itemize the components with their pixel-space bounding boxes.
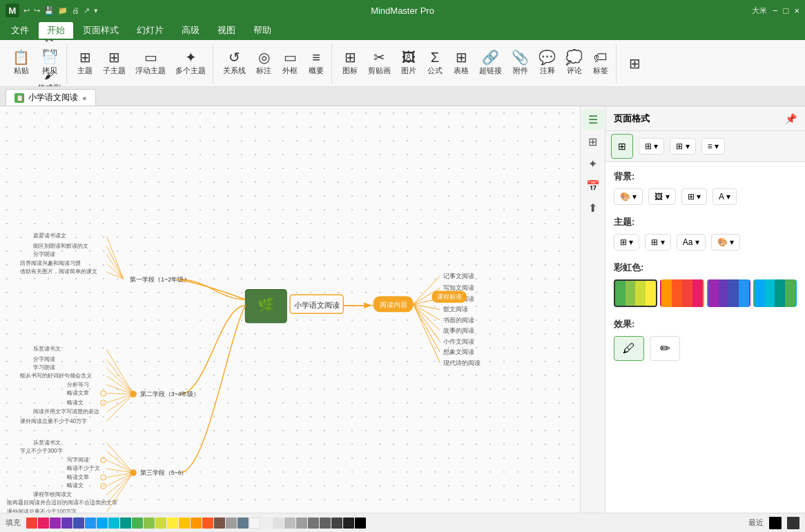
color-light-grey-2[interactable] [273, 518, 284, 529]
menu-file[interactable]: 文件 [3, 22, 37, 39]
menu-slides[interactable]: 幻灯片 [128, 22, 172, 39]
color-purple[interactable] [50, 518, 61, 529]
image-button[interactable]: 🖼 图片 [396, 46, 421, 81]
tag-button[interactable]: 🏷 标签 [588, 46, 613, 81]
sidebar-icon-grid[interactable]: ⊞ [583, 131, 603, 152]
rainbow-swatch-3[interactable] [707, 279, 750, 307]
summary-button[interactable]: ≡ 概要 [304, 46, 329, 81]
sidebar-icon-calendar[interactable]: 📅 [583, 175, 603, 196]
rainbow-swatch-4[interactable] [753, 279, 797, 307]
menu-advanced[interactable]: 高级 [173, 22, 208, 39]
color-pink[interactable] [38, 518, 49, 529]
comment-button[interactable]: 💬 注释 [534, 46, 560, 81]
theme-font-btn[interactable]: Aa ▾ [677, 234, 706, 250]
user-label[interactable]: 大米 [752, 6, 767, 16]
attachment-button[interactable]: 📎 附件 [507, 46, 533, 81]
format-brush-button[interactable]: 🖌 格式刷 [35, 73, 64, 88]
color-teal[interactable] [120, 518, 131, 529]
color-blue-grey[interactable] [237, 518, 249, 529]
rainbow-swatch-2[interactable] [660, 279, 704, 307]
close-btn[interactable]: × [794, 6, 799, 16]
color-deep-orange[interactable] [202, 518, 213, 529]
print-icon[interactable]: 🖨 [72, 6, 79, 14]
export-icon[interactable]: ↗ [84, 6, 90, 15]
sidebar-icon-star[interactable]: ✦ [583, 153, 603, 174]
theme-button[interactable]: ⊞ 主题 [72, 46, 97, 81]
more-title-icon[interactable]: ▾ [94, 6, 98, 15]
icon-insert-button[interactable]: ⊞ 图标 [338, 46, 362, 81]
rainbow-swatch-1[interactable] [614, 279, 657, 307]
color-dark-grey-2[interactable] [320, 518, 331, 529]
more-button[interactable]: ⊞ [622, 46, 647, 81]
color-blue[interactable] [85, 518, 96, 529]
color-dark-grey-3[interactable] [331, 518, 342, 529]
sub-theme-button[interactable]: ⊞ 子主题 [99, 46, 130, 81]
float-theme-button[interactable]: ▭ 浮动主题 [131, 46, 170, 81]
color-amber[interactable] [179, 518, 190, 529]
bg-text-btn[interactable]: A ▾ [712, 188, 737, 205]
save-icon[interactable]: 💾 [44, 6, 54, 15]
color-grey[interactable] [226, 518, 237, 529]
review-button[interactable]: 💭 评论 [561, 46, 587, 81]
recent-color-2[interactable] [787, 517, 799, 529]
color-red[interactable] [26, 518, 37, 529]
color-medium-grey[interactable] [284, 518, 295, 529]
color-cyan[interactable] [108, 518, 119, 529]
color-light-green[interactable] [144, 518, 155, 529]
color-yellow[interactable] [167, 518, 178, 529]
theme-layout-btn[interactable]: ⊞ ▾ [614, 234, 639, 250]
bg-color-btn[interactable]: 🎨 ▾ [614, 188, 643, 205]
theme-style-btn[interactable]: ⊞ ▾ [645, 234, 670, 250]
background-section: 背景: 🎨 ▾ 🖼 ▾ ⊞ ▾ A ▾ [614, 170, 797, 205]
menu-help[interactable]: 帮助 [245, 22, 280, 39]
color-lime[interactable] [155, 518, 166, 529]
canvas-area[interactable]: 🌿 小学语文阅读 阅读内容 记事文阅读 写知文阅读 诗记文阅读 散文阅读 书面的… [0, 106, 580, 513]
effect-btn-1[interactable]: 🖊 [614, 336, 644, 361]
hyperlink-icon: 🔗 [482, 50, 499, 64]
formula-button[interactable]: Σ 公式 [423, 46, 447, 81]
menu-view[interactable]: 视图 [209, 22, 244, 39]
multi-theme-button[interactable]: ✦ 多个主题 [171, 46, 210, 81]
color-dark-grey-1[interactable] [308, 518, 319, 529]
color-light-blue[interactable] [97, 518, 108, 529]
color-orange[interactable] [191, 518, 202, 529]
bg-image-btn[interactable]: 🖼 ▾ [648, 188, 675, 205]
theme-color-btn[interactable]: 🎨 ▾ [711, 234, 740, 250]
layout-dropdown-2[interactable]: ⊞ ▾ [670, 138, 695, 155]
sidebar-icon-up[interactable]: ⬆ [583, 197, 603, 218]
color-very-dark[interactable] [343, 518, 354, 529]
panel-tab-layout[interactable]: ⊞ [611, 134, 633, 159]
annotation-button[interactable]: ◎ 标注 [251, 46, 276, 81]
panel-pin-icon[interactable]: 📌 [785, 113, 797, 124]
layout-dropdown-1[interactable]: ⊞ ▾ [639, 138, 664, 155]
effect-btn-2[interactable]: ✏ [650, 336, 680, 361]
hyperlink-button[interactable]: 🔗 超链接 [475, 46, 506, 81]
color-white[interactable] [249, 518, 260, 529]
bg-pattern-btn[interactable]: ⊞ ▾ [681, 188, 707, 205]
color-brown[interactable] [214, 518, 225, 529]
color-grey-2[interactable] [296, 518, 307, 529]
color-black[interactable] [355, 518, 366, 529]
document-tab[interactable]: 📋 小学语文阅读 ● [6, 89, 96, 106]
redo-icon[interactable]: ↪ [34, 6, 40, 15]
color-light-grey-1[interactable] [261, 518, 272, 529]
maximize-btn[interactable]: □ [784, 6, 789, 16]
undo-icon[interactable]: ↩ [23, 6, 30, 15]
svg-text:小学语文阅读: 小学语文阅读 [294, 301, 340, 309]
folder-icon[interactable]: 📁 [58, 6, 68, 15]
table-button[interactable]: ⊞ 表格 [449, 46, 474, 81]
relation-line-button[interactable]: ↺ 关系线 [219, 46, 250, 81]
recent-color-1[interactable] [769, 517, 782, 529]
clipart-button[interactable]: ✂ 剪贴画 [364, 46, 395, 81]
border-button[interactable]: ▭ 外框 [278, 46, 302, 81]
layout-dropdown-3[interactable]: ≡ ▾ [701, 138, 725, 155]
minimize-btn[interactable]: − [773, 6, 778, 16]
paste-button[interactable]: 📋 粘贴 [8, 46, 34, 81]
tab-close-button[interactable]: ● [82, 94, 87, 102]
menu-start[interactable]: 开始 [39, 22, 73, 39]
color-indigo[interactable] [73, 518, 84, 529]
color-deep-purple[interactable] [61, 518, 72, 529]
color-green[interactable] [132, 518, 143, 529]
menu-page-style[interactable]: 页面样式 [75, 22, 127, 39]
sidebar-icon-list[interactable]: ☰ [583, 109, 603, 130]
